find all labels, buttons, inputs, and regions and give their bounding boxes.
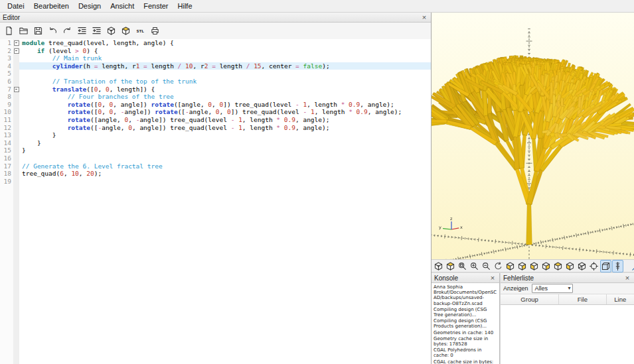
code-line-1[interactable]: 1module tree_quad(level, length, angle) … [0,39,431,47]
code-line-16[interactable]: 16 [0,154,431,162]
view-top-button[interactable] [552,260,564,273]
fold-margin [13,62,19,70]
code-line-7[interactable]: 7 translate([0, 0, length]) { [0,86,431,93]
column-header-group[interactable]: Group [501,294,559,304]
fold-margin [13,170,19,178]
code-text: // Generate the 6. Level fractal tree [19,162,431,170]
line-number: 5 [0,70,13,78]
editor-panel: Editor × STL 1module tree_quad(level, le… [0,13,432,364]
code-text: // Four branches of the tree [19,93,431,101]
code-text: } [19,139,431,147]
open-folder-button[interactable] [17,24,31,38]
line-number: 8 [0,93,13,101]
code-line-19[interactable]: 19 [0,178,431,186]
view-diagonal-button[interactable] [576,260,588,273]
view-center-button[interactable] [588,260,599,273]
fold-marker-icon[interactable] [14,87,19,92]
code-line-11[interactable]: 11 rotate([angle, 0, -angle]) tree_quad(… [0,116,431,124]
code-line-9[interactable]: 9 rotate([0, 0, angle]) rotate([angle, 0… [0,101,431,109]
code-line-18[interactable]: 18tree_quad(6, 10, 20); [0,170,431,178]
code-line-5[interactable]: 5 [0,70,431,78]
view-left-button[interactable] [505,260,516,273]
render-button[interactable] [445,260,456,273]
render-button[interactable] [119,24,133,38]
code-line-17[interactable]: 17// Generate the 6. Level fractal tree [0,162,431,170]
view-bottom-button[interactable] [564,260,576,273]
code-text: if (level > 0) { [19,47,431,55]
show-scale-markers-button[interactable] [612,260,623,273]
orthogonal-view-button[interactable] [600,260,611,273]
zoom-all-button[interactable] [457,260,468,273]
zoom-in-button[interactable] [469,260,480,273]
code-editor[interactable]: 1module tree_quad(level, length, angle) … [0,39,431,364]
error-filter-select[interactable]: Alles [532,284,573,293]
undo-button[interactable] [46,24,60,38]
console-panel: Konsole × Anna Sophia Brokuf/Documents/O… [432,273,500,364]
menu-design[interactable]: Design [74,1,106,11]
menu-bar: DateiBearbeitenDesignAnsichtFensterHilfe [0,0,634,13]
code-line-12[interactable]: 12 rotate([-angle, 0, angle]) tree_quad(… [0,124,431,132]
fold-margin [13,86,19,93]
zoom-out-button[interactable] [481,260,492,273]
code-text: rotate([0, 0, -angle]) rotate([-angle, 0… [19,108,431,116]
save-button[interactable] [31,24,45,38]
unindent-button[interactable] [75,24,89,38]
measure-distance-button[interactable] [631,260,634,273]
code-line-6[interactable]: 6 // Translation of the top of the trunk [0,78,431,86]
menu-hilfe[interactable]: Hilfe [173,1,197,11]
console-message: Compiling design (CSG Products generatio… [434,318,497,329]
redo-button[interactable] [60,24,74,38]
code-text: module tree_quad(level, length, angle) { [19,39,431,47]
column-header-line[interactable]: Line [607,294,634,304]
reset-view-button[interactable] [493,260,504,273]
error-list-panel: Fehlerliste × Anzeigen Alles GroupFileLi… [501,273,634,364]
fold-margin [13,54,19,62]
fold-margin [13,101,19,109]
console-message: Anna Sophia Brokuf/Documents/OpenSCAD/ba… [434,284,497,306]
code-text: rotate([angle, 0, -angle]) tree_quad(lev… [19,116,431,124]
fold-margin [13,108,19,116]
code-line-2[interactable]: 2 if (level > 0) { [0,47,431,55]
code-text: tree_quad(6, 10, 20); [19,170,431,178]
fold-marker-icon[interactable] [14,48,19,54]
column-header-file[interactable]: File [559,294,606,304]
menu-fenster[interactable]: Fenster [139,1,173,11]
line-number: 19 [0,178,13,186]
code-line-15[interactable]: 15} [0,147,431,154]
view-front-button[interactable] [528,260,540,273]
menu-datei[interactable]: Datei [3,1,29,11]
editor-close-button[interactable]: × [420,13,428,21]
3d-viewport-canvas[interactable] [432,13,634,259]
fold-margin [13,70,19,78]
console-output[interactable]: Anna Sophia Brokuf/Documents/OpenSCAD/ba… [432,283,499,364]
console-panel-header: Konsole × [432,273,499,283]
console-message: CGAL cache size in bytes: 0 [434,359,497,364]
code-line-14[interactable]: 14 } [0,139,431,147]
console-message: CGAL Polyhedrons in cache: 0 [434,347,497,358]
line-number: 10 [0,108,13,116]
code-line-8[interactable]: 8 // Four branches of the tree [0,93,431,101]
line-number: 6 [0,78,13,86]
menu-bearbeiten[interactable]: Bearbeiten [29,1,74,11]
code-line-10[interactable]: 10 rotate([0, 0, -angle]) rotate([-angle… [0,108,431,116]
preview-button[interactable] [433,260,444,273]
menu-ansicht[interactable]: Ansicht [106,1,139,11]
error-list-close-button[interactable]: × [623,274,631,282]
preview-button[interactable] [104,24,118,38]
editor-panel-header: Editor × [0,13,431,23]
code-line-3[interactable]: 3 // Main trunk [0,54,431,62]
fold-marker-icon[interactable] [14,40,19,46]
indent-button[interactable] [90,24,104,38]
fold-margin [13,93,19,101]
new-file-button[interactable] [2,24,16,38]
code-line-13[interactable]: 13 } [0,131,431,139]
console-close-button[interactable]: × [489,274,497,282]
code-text: cylinder(h = length, r1 = length / 10, r… [19,62,431,70]
view-right-button[interactable] [516,260,528,273]
code-line-4[interactable]: 4 cylinder(h = length, r1 = length / 10,… [0,62,431,70]
view-back-button[interactable] [540,260,552,273]
error-table-body[interactable] [501,305,634,364]
send-to-printer-button[interactable] [148,24,162,38]
viewport-toolbar [432,259,634,273]
export-stl-button[interactable]: STL [133,24,147,38]
